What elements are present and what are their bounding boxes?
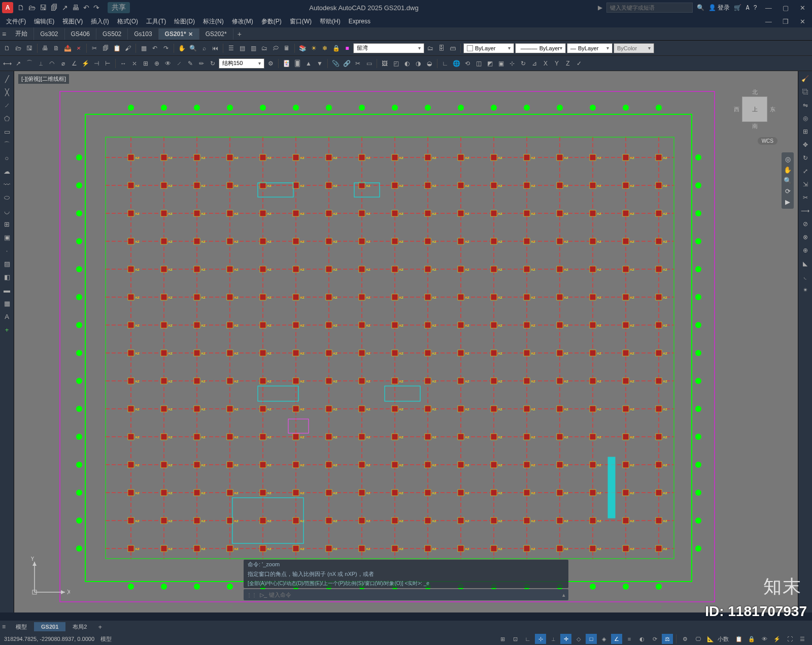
save-icon[interactable]: 🖫 <box>24 43 35 53</box>
doc-close-icon[interactable]: ✕ <box>795 18 810 25</box>
break-pt-icon[interactable]: ⊘ <box>799 218 811 230</box>
ucs-face-icon[interactable]: ◫ <box>473 58 484 69</box>
freeze-icon[interactable]: ❄ <box>320 43 330 53</box>
layout-add-icon[interactable]: + <box>94 622 106 632</box>
dimstyle-mgr-icon[interactable]: ⚙ <box>265 58 276 69</box>
dim-arc-icon[interactable]: ⌒ <box>24 58 35 69</box>
cmd-handle-icon[interactable]: ⋮⋮ <box>247 592 257 598</box>
tab-gs103[interactable]: Gs103 <box>128 28 158 40</box>
ucs-apply-icon[interactable]: ✓ <box>574 58 584 69</box>
block-icon[interactable]: ▦ <box>139 43 149 53</box>
help-icon[interactable]: ? <box>754 4 757 11</box>
ucs-prev-icon[interactable]: ⟲ <box>462 58 472 69</box>
dim-continue-icon[interactable]: ⊢ <box>103 58 113 69</box>
ucs-world-icon[interactable]: 🌐 <box>451 58 461 69</box>
coords-readout[interactable]: 318294.7825, -229080.8937, 0.0000 <box>4 636 94 642</box>
apps-icon[interactable]: A <box>746 4 749 11</box>
properties-icon[interactable]: ☰ <box>226 43 236 53</box>
qat-undo-icon[interactable]: ↶ <box>83 4 89 12</box>
nav-wheel-icon[interactable]: ◎ <box>783 155 793 163</box>
osnap-icon[interactable]: □ <box>586 634 597 644</box>
layout-2[interactable]: 布局2 <box>65 622 94 632</box>
nav-pan-icon[interactable]: ✋ <box>783 166 793 174</box>
menu-parametric[interactable]: 参数(P) <box>257 16 286 27</box>
search-icon[interactable]: 🔍 <box>697 4 704 11</box>
tool-palette-icon[interactable]: ▥ <box>248 43 258 53</box>
dimstyle-dropdown[interactable]: 结构150▾ <box>219 58 264 69</box>
space-label[interactable]: 模型 <box>100 635 112 643</box>
layer-mgr-icon[interactable]: 📚 <box>297 43 308 53</box>
move-icon[interactable]: ✥ <box>799 139 811 150</box>
ucs-x-icon[interactable]: X <box>540 58 551 69</box>
tab-close-icon[interactable]: ✕ <box>188 31 193 37</box>
line-icon[interactable]: ╱ <box>1 73 13 84</box>
mtext-icon[interactable]: A <box>1 311 13 322</box>
print-icon[interactable]: 🖶 <box>40 43 50 53</box>
paste-icon[interactable]: 📋 <box>112 43 122 53</box>
addselect-icon[interactable]: + <box>1 324 13 335</box>
insert-icon[interactable]: ⊞ <box>1 218 13 230</box>
menu-edit[interactable]: 编辑(E) <box>30 16 58 27</box>
ucs-view-icon[interactable]: ▣ <box>496 58 506 69</box>
dim-diameter-icon[interactable]: ⌀ <box>58 58 68 69</box>
hatch-icon[interactable]: ▨ <box>1 258 13 269</box>
dim-aligned-icon[interactable]: ↗ <box>13 58 23 69</box>
menu-dimension[interactable]: 标注(N) <box>199 16 228 27</box>
app-icon[interactable]: A <box>2 2 13 13</box>
open-icon[interactable]: 🗁 <box>13 43 23 53</box>
dim-quick-icon[interactable]: ⚡ <box>80 58 90 69</box>
ortho-icon[interactable]: ⟂ <box>548 634 559 644</box>
layer-iso-icon[interactable]: 🗃 <box>448 43 458 53</box>
qat-saveas-icon[interactable]: 🗐 <box>51 4 58 12</box>
publish-icon[interactable]: 📤 <box>62 43 73 53</box>
rotate-icon[interactable]: ↻ <box>799 152 811 164</box>
3dprint-icon[interactable]: 🗴 <box>74 43 84 53</box>
nav-orbit-icon[interactable]: ⟳ <box>783 187 793 195</box>
doc-minimize-icon[interactable]: — <box>761 18 776 25</box>
markup-icon[interactable]: 🗭 <box>270 43 281 53</box>
mirror-icon[interactable]: ⇋ <box>799 100 811 111</box>
ucs-z2-icon[interactable]: Z <box>563 58 573 69</box>
share-button[interactable]: 共享 <box>108 2 130 13</box>
qat-save-icon[interactable]: 🖫 <box>40 4 47 12</box>
dim-linear-icon[interactable]: ⟷ <box>2 58 12 69</box>
scale-icon[interactable]: ⤢ <box>799 166 811 177</box>
qat-new-icon[interactable]: 🗋 <box>17 4 24 12</box>
quickprops-icon[interactable]: 📋 <box>733 634 745 644</box>
drawing-area[interactable]: [-][俯视][二维线框] <box>14 71 798 612</box>
image-trans-icon[interactable]: ◒ <box>424 58 434 69</box>
ucs-icon[interactable]: X Y <box>29 557 70 597</box>
xline-icon[interactable]: ╳ <box>1 86 13 98</box>
viewcube[interactable]: 北 南 东 西 上 <box>732 86 777 132</box>
dcenter-icon[interactable]: ▤ <box>237 43 247 53</box>
snap-mode-icon[interactable]: ⊡ <box>510 634 521 644</box>
menu-file[interactable]: 文件(F) <box>2 16 30 27</box>
menu-tools[interactable]: 工具(T) <box>142 16 170 27</box>
3dosnap-icon[interactable]: ◈ <box>598 634 610 644</box>
dim-space-icon[interactable]: ↔ <box>118 58 128 69</box>
cmd-recent-icon[interactable]: ▴ <box>562 592 565 598</box>
layout-model[interactable]: 模型 <box>9 622 34 632</box>
menu-draw[interactable]: 绘图(D) <box>170 16 199 27</box>
cart-icon[interactable]: 🛒 <box>734 4 741 11</box>
menu-format[interactable]: 格式(O) <box>113 16 142 27</box>
extend-icon[interactable]: ⟶ <box>799 205 811 216</box>
lwt-icon[interactable]: ≡ <box>624 634 635 644</box>
preview-icon[interactable]: 🗎 <box>51 43 61 53</box>
menu-window[interactable]: 窗口(W) <box>286 16 316 27</box>
hardware-icon[interactable]: ⚡ <box>771 634 783 644</box>
help-search-input[interactable] <box>606 3 693 13</box>
dim-edit-icon[interactable]: ✎ <box>185 58 195 69</box>
plotstyle-dropdown[interactable]: ByColor▾ <box>614 43 654 53</box>
layer-prev-icon[interactable]: 🗂 <box>425 43 435 53</box>
tab-gs502[interactable]: GS502 <box>96 28 128 40</box>
spline-icon[interactable]: 〰 <box>1 179 13 190</box>
ucs-origin-icon[interactable]: ⊹ <box>507 58 517 69</box>
point-icon[interactable]: · <box>1 245 13 256</box>
tab-add-icon[interactable]: + <box>233 28 246 40</box>
menu-modify[interactable]: 修改(M) <box>228 16 257 27</box>
viewcube-south[interactable]: 南 <box>752 122 758 130</box>
layer-dropdown[interactable]: 留湾▾ <box>353 43 424 53</box>
dim-baseline-icon[interactable]: ⊣ <box>91 58 101 69</box>
stretch-icon[interactable]: ⇲ <box>799 179 811 190</box>
